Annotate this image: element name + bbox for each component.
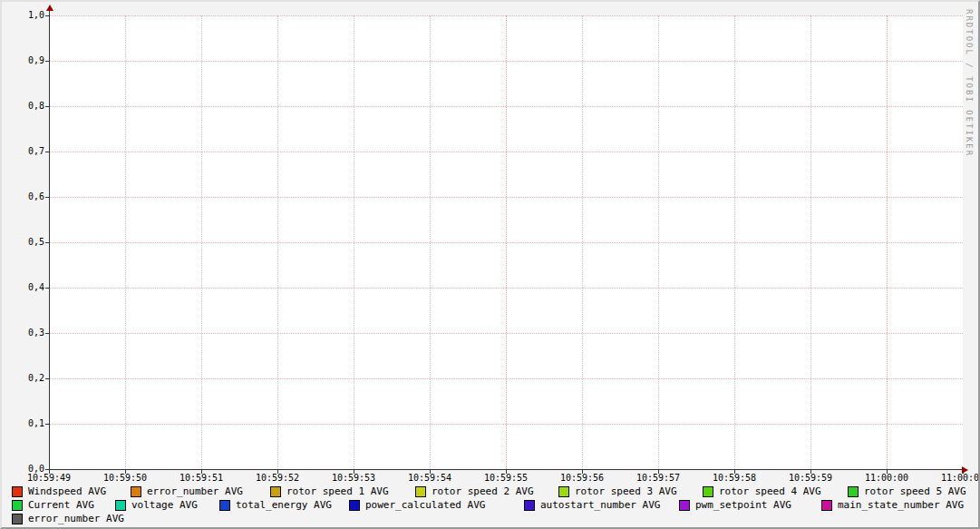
legend-item: error_number AVG — [131, 485, 243, 498]
y-axis-line — [49, 11, 50, 470]
y-axis-label: 0,6 — [2, 191, 44, 202]
legend-item: rotor speed 4 AVG — [703, 485, 821, 498]
y-axis-label: 0,3 — [2, 328, 44, 338]
legend-item: power_calculated AVG — [349, 499, 485, 512]
legend-label: Current AVG — [28, 499, 94, 512]
legend-swatch — [219, 500, 230, 511]
gridline-vertical — [277, 15, 278, 469]
x-axis-arrow-icon — [962, 466, 968, 474]
y-axis-label: 0,1 — [2, 418, 44, 429]
legend-row: error_number AVG — [2, 513, 978, 525]
legend-row: Windspeed AVGerror_number AVGrotor speed… — [2, 485, 978, 498]
x-axis-label: 11:00:01 — [936, 473, 980, 484]
legend-item: total_energy AVG — [219, 499, 332, 512]
legend-item: error_number AVG — [12, 513, 124, 525]
legend-item: main_state_number AVG — [821, 499, 964, 512]
gridline-vertical — [734, 15, 735, 469]
legend-swatch — [848, 486, 859, 497]
x-axis-label: 10:59:50 — [98, 473, 152, 484]
x-axis-label: 10:59:56 — [555, 473, 609, 484]
legend-label: voltage AVG — [131, 499, 198, 512]
legend-item: rotor speed 2 AVG — [415, 485, 534, 498]
legend-label: Windspeed AVG — [28, 485, 106, 498]
legend-label: power_calculated AVG — [365, 499, 485, 512]
legend-swatch — [349, 500, 360, 511]
gridline-vertical — [506, 15, 507, 469]
x-axis-label: 10:59:58 — [707, 473, 762, 484]
gridline-vertical — [354, 15, 354, 469]
legend-label: autostart_number AVG — [540, 499, 660, 512]
y-axis-label: 0,4 — [2, 282, 44, 293]
legend-item: rotor speed 5 AVG — [848, 485, 966, 498]
gridline-vertical — [125, 15, 126, 469]
y-axis-label: 1,0 — [2, 10, 44, 21]
legend-swatch — [703, 486, 713, 497]
gridline-vertical — [430, 15, 431, 469]
y-axis-label: 0,9 — [2, 55, 44, 66]
x-axis-label: 10:59:54 — [403, 473, 457, 484]
legend-label: rotor speed 3 AVG — [575, 485, 677, 498]
legend-swatch — [12, 500, 23, 511]
legend-swatch — [415, 486, 426, 497]
legend-label: rotor speed 4 AVG — [719, 485, 821, 498]
legend-label: rotor speed 2 AVG — [432, 485, 534, 498]
y-axis-label: 0,5 — [2, 237, 44, 248]
legend-label: total_energy AVG — [236, 499, 332, 512]
legend-item: rotor speed 1 AVG — [270, 485, 389, 498]
legend-item: Current AVG — [12, 499, 94, 512]
legend-label: error_number AVG — [28, 513, 124, 525]
rrdtool-graph: RRDTOOL / TOBI OETIKER 1,00,90,80,70,60,… — [0, 0, 980, 529]
y-axis-label: 0,8 — [2, 101, 44, 112]
x-axis-label: 10:59:49 — [22, 473, 76, 484]
legend-label: rotor speed 1 AVG — [286, 485, 389, 498]
legend-row: Current AVGvoltage AVGtotal_energy AVGpo… — [2, 499, 978, 512]
x-axis-label: 10:59:57 — [631, 473, 685, 484]
legend-swatch — [558, 486, 569, 497]
gridline-vertical — [201, 15, 202, 469]
gridline-vertical — [582, 15, 583, 469]
watermark: RRDTOOL / TOBI OETIKER — [965, 9, 974, 157]
legend-swatch — [12, 514, 23, 524]
legend-swatch — [679, 500, 690, 511]
legend-swatch — [524, 500, 535, 511]
gridline-vertical — [810, 15, 811, 469]
legend-swatch — [12, 486, 23, 497]
legend-item: pwm_setpoint AVG — [679, 499, 791, 512]
legend-item: rotor speed 3 AVG — [558, 485, 677, 498]
legend-item: voltage AVG — [115, 499, 198, 512]
x-axis-label: 10:59:51 — [174, 473, 228, 484]
legend-swatch — [270, 486, 281, 497]
legend-label: main_state_number AVG — [838, 499, 964, 512]
x-axis-label: 10:59:59 — [783, 473, 838, 484]
legend-swatch — [115, 500, 126, 511]
gridline-vertical — [887, 15, 888, 469]
legend-label: pwm_setpoint AVG — [695, 499, 791, 512]
legend-item: Windspeed AVG — [12, 485, 106, 498]
x-axis-label: 11:00:00 — [859, 473, 914, 484]
x-axis-label: 10:59:52 — [250, 473, 305, 484]
y-axis-arrow-icon — [46, 5, 53, 11]
legend-item: autostart_number AVG — [524, 499, 660, 512]
legend-swatch — [821, 500, 832, 511]
y-axis-label: 0,2 — [2, 373, 44, 384]
gridline-vertical — [658, 15, 659, 469]
y-axis-label: 0,7 — [2, 146, 44, 157]
legend-swatch — [131, 486, 141, 497]
legend-label: rotor speed 5 AVG — [864, 485, 966, 498]
x-axis-line — [49, 469, 966, 470]
legend-label: error_number AVG — [147, 485, 243, 498]
x-axis-label: 10:59:55 — [479, 473, 533, 484]
x-axis-label: 10:59:53 — [326, 473, 381, 484]
